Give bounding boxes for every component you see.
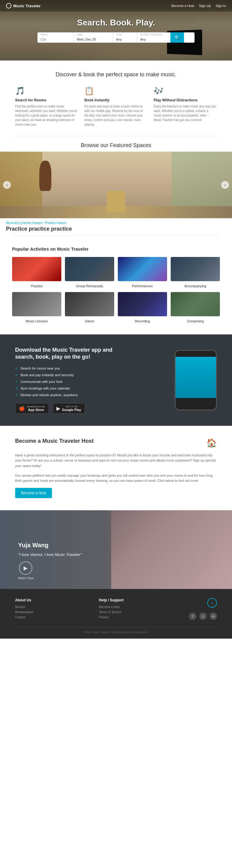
feature-search: 🎵 Search for Rooms Find the perfect room… (15, 86, 78, 127)
activity-composing-label: Composing (187, 319, 204, 323)
date-input[interactable] (74, 36, 113, 43)
nav-signin[interactable]: Sign In (216, 4, 226, 7)
activity-recording[interactable]: Recording (118, 292, 167, 323)
play-button[interactable]: ▶ Watch Now (18, 561, 34, 580)
carousel-next-button[interactable]: › (221, 181, 229, 189)
activity-practice[interactable]: Practice (12, 257, 61, 288)
testimonial-bg-face (111, 510, 232, 589)
footer-top: About Us Mission Ambassadors Contact Hel… (15, 598, 217, 621)
footer-help-col: Help / Support Become a Host Terms of Se… (99, 598, 124, 621)
activity-accompanying-img (171, 257, 220, 281)
logo-icon (6, 3, 11, 8)
room-chair (107, 191, 125, 212)
lessons-img-bg (12, 292, 61, 316)
footer-bottom: ©2017, Music Traveler. All rights reserv… (15, 627, 217, 634)
testimonial-name: Yuja Wang (18, 542, 82, 549)
app-store-button[interactable]: 🍎 Download on the App Store (15, 403, 49, 414)
city-input[interactable] (37, 36, 73, 43)
activity-group-label: Group Rehearsals (76, 284, 103, 288)
breadcrumb-link[interactable]: Practice heaven (45, 221, 67, 224)
activity-composing-img (171, 292, 220, 316)
app-content-left: Download the Music Traveler app and sear… (15, 346, 118, 414)
app-feature-3: ✓ Communicate with your host (15, 379, 118, 384)
room-scene (0, 152, 232, 218)
play-circle-icon: ▶ (19, 561, 32, 575)
activity-recording-img (118, 292, 167, 316)
activity-group-rehearsals[interactable]: Group Rehearsals (65, 257, 114, 288)
footer-ambassadors-link[interactable]: Ambassadors (15, 611, 34, 614)
instrument-input[interactable] (137, 36, 170, 43)
feature-search-title: Search for Rooms (15, 98, 78, 102)
app-feature-2: ✓ Book and pay instantly and securely (15, 373, 118, 377)
linkedin-icon[interactable]: in (210, 613, 217, 620)
app-feature-5: ✓ Review and rebook anytime, anywhere (15, 393, 118, 397)
twitter-icon[interactable]: t (199, 613, 207, 620)
googleplay-top-label: GET IT ON (62, 405, 81, 408)
book-instantly-icon: 📋 (84, 86, 147, 96)
become-host-button[interactable]: Become a Host (15, 488, 52, 498)
app-feature-4: ✓ Sync bookings with your calendar (15, 386, 118, 391)
activity-lessons-label: Music Lessons (26, 319, 48, 323)
footer-privacy-link[interactable]: Privacy (99, 616, 124, 619)
time-input[interactable] (113, 36, 137, 43)
activity-dance-img (65, 292, 114, 316)
activity-accompanying[interactable]: Accompanying (171, 257, 220, 288)
activity-lessons-img (12, 292, 61, 316)
activity-music-lessons[interactable]: Music Lessons (12, 292, 61, 323)
play-store-icon: ▶ (56, 406, 60, 411)
feature-search-desc: Find the perfect room to make music when… (15, 104, 78, 127)
activity-performances-img (118, 257, 167, 281)
nav-logo: Music Traveler (6, 3, 40, 8)
app-section: Download the Music Traveler app and sear… (0, 334, 232, 426)
footer: About Us Mission Ambassadors Contact Hel… (0, 589, 232, 639)
check-icon-5: ✓ (15, 393, 18, 397)
feature-play-title: Play Without Distractions (154, 98, 217, 102)
activity-accompanying-label: Accompanying (184, 284, 206, 288)
instrument-field: On this instrument (137, 32, 170, 43)
search-bar-wrapper: Place Date Time On this instrument 🔍 (37, 32, 195, 43)
footer-logo: ♪ (207, 598, 217, 608)
instrument-label: On this instrument (137, 32, 170, 36)
navbar: Music Traveler Become a Host Sign Up Sig… (0, 0, 232, 11)
featured-section: Browse our Featured Spaces ‹ › Musician'… (0, 136, 232, 235)
nav-become-host[interactable]: Become a Host (171, 4, 194, 7)
search-button[interactable]: 🔍 (170, 32, 184, 43)
footer-about-title: About Us (15, 598, 34, 602)
date-field: Date (74, 32, 113, 43)
carousel-prev-button[interactable]: ‹ (3, 181, 11, 189)
practice-img-bg (12, 257, 61, 281)
nav-signup[interactable]: Sign Up (199, 4, 211, 7)
activity-group-img (65, 257, 114, 281)
features-row: 🎵 Search for Rooms Find the perfect room… (15, 86, 217, 127)
footer-become-host-link[interactable]: Become a Host (99, 605, 124, 609)
facebook-icon[interactable]: f (189, 613, 196, 620)
time-field: Time (113, 32, 137, 43)
check-icon-3: ✓ (15, 379, 18, 384)
activity-practice-img (12, 257, 61, 281)
popular-title: Popular Activites on Music Traveler (12, 246, 220, 251)
copyright-text: ©2017, Music Traveler. All rights reserv… (83, 631, 149, 634)
activity-composing[interactable]: Composing (171, 292, 220, 323)
feature-play-desc: Enjoy the freedom to make music any way … (154, 104, 217, 122)
google-play-button[interactable]: ▶ GET IT ON Google Play (52, 403, 85, 414)
search-bar: Place Date Time On this instrument 🔍 (37, 32, 195, 43)
testimonial-content: Yuja Wang "I love Vienna. I love Music T… (18, 542, 82, 558)
host-building-icon: 🏠 (206, 438, 217, 448)
hero-title: Search. Book. Play. (77, 18, 155, 28)
host-section: Become a Music Traveler Host 🏠 Have a gr… (0, 426, 232, 510)
footer-social: f t in (189, 613, 217, 620)
footer-right: ♪ f t in (189, 598, 217, 621)
footer-contact-link[interactable]: Contact (15, 616, 34, 619)
phone-mockup (175, 350, 217, 410)
host-description-2: Our secure platform lets you easily mana… (15, 473, 217, 484)
host-header: Become a Music Traveler Host 🏠 (15, 438, 217, 448)
footer-mission-link[interactable]: Mission (15, 605, 34, 609)
accompanying-img-bg (171, 257, 220, 281)
popular-section: Popular Activites on Music Traveler Prac… (0, 236, 232, 334)
activity-performances[interactable]: Performances (118, 257, 167, 288)
testimonial-section: Yuja Wang "I love Vienna. I love Music T… (0, 510, 232, 589)
activity-dance[interactable]: Dance (65, 292, 114, 323)
logo-text: Music Traveler (13, 4, 40, 8)
room-title: Practice practice practice (6, 226, 226, 232)
footer-tos-link[interactable]: Terms of Service (99, 611, 124, 614)
